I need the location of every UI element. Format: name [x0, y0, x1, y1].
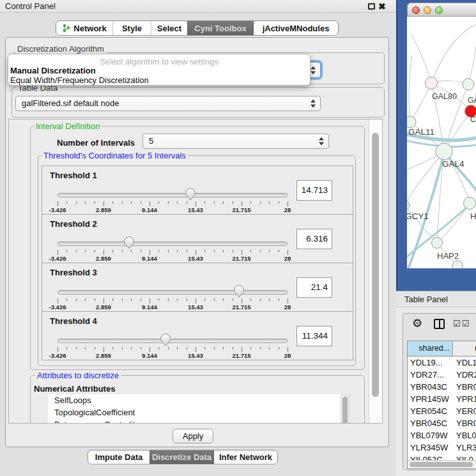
slider-thumb[interactable] — [233, 285, 245, 298]
tick-mark — [76, 347, 77, 349]
scrollbar-thumb[interactable] — [410, 462, 473, 467]
tab-style[interactable]: Style — [112, 21, 151, 35]
table-row[interactable]: YBR043CYBR0 — [408, 381, 476, 393]
attribute-list-item[interactable]: TopologicalCoefficient — [48, 406, 341, 418]
tick-mark — [158, 347, 159, 349]
threshold-panel: Threshold 3-3.4262.8599.14415.4321.71528… — [42, 263, 353, 312]
tab-cyni-toolbox[interactable]: Cyni Toolbox — [187, 21, 253, 35]
popup-item-manual-discretization[interactable]: Manual Discretization — [10, 66, 96, 75]
table-row[interactable]: YER054CYER0 — [408, 405, 476, 417]
thresholds-group-title: Threshold's Coordinates for 5 Intervals — [42, 151, 188, 160]
float-window-icon[interactable] — [368, 3, 375, 10]
apply-button[interactable]: Apply — [173, 429, 213, 443]
slider-thumb[interactable] — [123, 236, 135, 249]
tick-label: 28 — [268, 255, 307, 262]
numerical-attributes-list: SelfLoopsTopologicalCoefficientBetweenne… — [48, 394, 341, 424]
tick-mark — [141, 347, 141, 349]
node-label-partial-ga: GA — [468, 96, 476, 105]
tick-mark — [269, 201, 270, 204]
tick-mark — [168, 201, 169, 204]
minimize-traffic-light[interactable] — [424, 6, 431, 14]
slider-thumb[interactable] — [160, 334, 171, 346]
table-panel-header: Table Panel — [396, 291, 476, 307]
tick-mark — [223, 298, 224, 301]
network-view-canvas[interactable]: GAL80 GA C GAL11 GAL4 GCY1 H HAP2 — [407, 17, 476, 268]
threshold-value[interactable]: 6.316 — [296, 229, 332, 249]
tab-select[interactable]: Select — [151, 21, 187, 35]
node-bottom-partial[interactable] — [452, 261, 463, 268]
threshold-panel: Threshold 4-3.4262.8599.14415.4321.71528… — [42, 311, 353, 360]
tick-mark — [76, 250, 77, 252]
tick-label: 2.859 — [84, 255, 123, 262]
tick-mark — [187, 347, 187, 349]
interval-definition-title: Interval Definition — [34, 121, 102, 131]
table-row[interactable]: YBL079WYBL0 — [408, 429, 476, 441]
zoom-traffic-light[interactable] — [435, 6, 443, 14]
tab-network[interactable]: Network — [56, 21, 112, 35]
tab-infer-network-label: Infer Network — [219, 452, 272, 462]
node-right-h[interactable] — [464, 197, 476, 210]
slider-track[interactable] — [58, 242, 288, 246]
tick-label: 9.144 — [130, 206, 169, 213]
tick-mark — [177, 250, 178, 252]
tick-mark — [112, 347, 113, 349]
threshold-value[interactable]: 14.713 — [296, 180, 332, 201]
threshold-value[interactable]: 21.4 — [296, 277, 332, 298]
tick-mark — [158, 298, 159, 301]
scrollbar-thumb[interactable] — [372, 133, 379, 397]
tick-mark — [131, 347, 132, 349]
split-columns-icon[interactable] — [434, 319, 445, 329]
slider-track[interactable] — [58, 339, 288, 343]
tab-jactivemnodules[interactable]: jActiveMNodules — [253, 21, 338, 35]
column-header-name[interactable]: na — [454, 341, 476, 357]
attribute-list-item[interactable]: BetweennessCentrality — [48, 418, 341, 424]
tab-jactivemnodules-label: jActiveMNodules — [263, 24, 330, 33]
node-gal80[interactable] — [426, 77, 438, 89]
table-row[interactable]: YDR27...YDR2 — [408, 369, 476, 381]
node-gcy1[interactable] — [407, 200, 410, 210]
popup-item-equal-width-frequency[interactable]: Equal Width/Frequency Discretization — [10, 75, 149, 85]
table-row[interactable]: YPR145WYPR1 — [408, 393, 476, 405]
tick-mark — [58, 347, 58, 352]
slider-track[interactable] — [58, 290, 288, 295]
threshold-label: Threshold 4 — [50, 316, 97, 326]
tick-mark — [187, 201, 187, 204]
scrollbar-thumb[interactable] — [342, 397, 348, 424]
table-row[interactable]: YBR045CYBR0 — [408, 417, 476, 429]
control-panel-tabs: Network Style Select Cyni Toolbox jActiv… — [56, 20, 339, 36]
table-row[interactable]: YLR345WYLR3 — [408, 441, 476, 454]
slider-track[interactable] — [58, 193, 288, 197]
table-data-combo[interactable]: galFiltered.sif default node — [15, 96, 321, 111]
tick-mark — [131, 250, 132, 252]
column-checkbox-icons[interactable]: ☑☑ — [453, 319, 470, 328]
node-top-right[interactable] — [463, 79, 474, 90]
tick-mark — [233, 201, 233, 204]
node-gal11[interactable] — [407, 116, 416, 128]
node-hap2[interactable] — [432, 238, 443, 249]
gear-icon[interactable]: ⚙ — [412, 316, 422, 330]
node-gal4[interactable] — [436, 143, 452, 160]
tab-infer-network[interactable]: Infer Network — [213, 450, 277, 464]
tab-impute-data[interactable]: Impute Data — [88, 450, 150, 464]
table-horizontal-scrollbar[interactable] — [408, 460, 476, 468]
tick-mark — [150, 298, 150, 303]
threshold-value[interactable]: 11.344 — [296, 326, 332, 346]
slider-thumb[interactable] — [185, 188, 196, 201]
tick-label: 9.144 — [130, 255, 169, 262]
tick-mark — [112, 250, 113, 252]
attributes-list-scrollbar[interactable] — [341, 394, 349, 424]
close-traffic-light[interactable] — [412, 6, 420, 14]
tick-label: 15.43 — [176, 303, 215, 311]
tick-mark — [104, 201, 104, 206]
numerical-attributes-label: Numerical Attributes — [34, 384, 115, 394]
column-header-shared-name[interactable]: shared... — [408, 341, 453, 357]
cell-name: YDR2 — [456, 369, 476, 381]
table-row[interactable]: YDL19...YDL1 — [408, 357, 476, 369]
tick-mark — [95, 250, 95, 252]
number-of-intervals-combo[interactable]: 5 — [142, 134, 329, 149]
close-icon[interactable]: ✖ — [378, 1, 386, 12]
settings-scrollbar[interactable] — [369, 119, 383, 423]
tab-discretize-data[interactable]: Discretize Data — [150, 450, 213, 464]
attribute-list-item[interactable]: SelfLoops — [48, 394, 341, 406]
cell-shared-name: YPR145W — [410, 393, 449, 405]
